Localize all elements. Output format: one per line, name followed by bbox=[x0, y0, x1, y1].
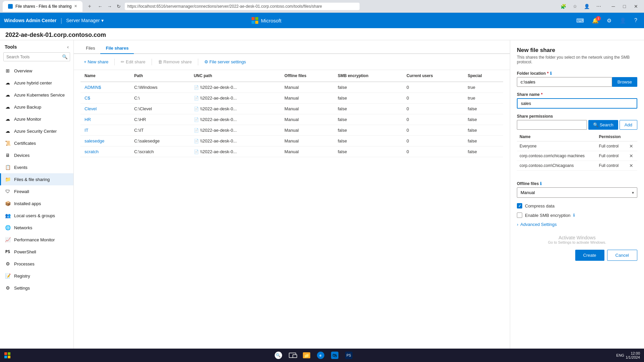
help-button[interactable]: ? bbox=[632, 16, 640, 25]
col-path[interactable]: Path bbox=[130, 70, 190, 82]
offline-files-select[interactable]: Manual None All bbox=[517, 187, 637, 198]
cell-users: 0 bbox=[402, 125, 464, 136]
sidebar-item-registry[interactable]: 📝 Registry bbox=[0, 270, 73, 282]
advanced-settings-toggle[interactable]: › Advanced Settings bbox=[517, 222, 637, 227]
col-smb[interactable]: SMB encryption bbox=[334, 70, 402, 82]
profile-button[interactable]: 👤 bbox=[582, 2, 592, 10]
sidebar-item-performance[interactable]: 📈 Performance Monitor bbox=[0, 234, 73, 246]
forward-button[interactable]: → bbox=[106, 2, 113, 10]
sidebar-item-installed-apps[interactable]: 📦 Installed apps bbox=[0, 197, 73, 209]
chevron-right-icon: › bbox=[517, 222, 518, 227]
address-bar[interactable]: https://localhost:6516/servermanager/con… bbox=[125, 3, 360, 10]
sidebar-collapse-button[interactable]: ‹ bbox=[67, 44, 69, 50]
browse-button[interactable]: Browse bbox=[612, 77, 637, 87]
terminal-button[interactable]: ⌨ bbox=[574, 16, 587, 25]
smb-info-icon[interactable]: ℹ bbox=[573, 213, 575, 218]
user-button[interactable]: 👤 bbox=[617, 16, 629, 25]
smb-encryption-checkbox[interactable] bbox=[517, 213, 522, 218]
sidebar-item-local-users[interactable]: 👥 Local users & groups bbox=[0, 209, 73, 222]
search-input[interactable] bbox=[4, 53, 59, 61]
create-button[interactable]: Create bbox=[575, 250, 604, 261]
cell-smb: false bbox=[334, 104, 402, 114]
add-permission-button[interactable]: Add bbox=[620, 120, 637, 130]
sidebar-item-firewall[interactable]: 🛡 Firewall bbox=[0, 185, 73, 197]
col-offline[interactable]: Offline files bbox=[280, 70, 334, 82]
sidebar-item-label: Processes bbox=[14, 261, 35, 266]
tab-files[interactable]: Files bbox=[80, 43, 100, 54]
sidebar-item-processes[interactable]: ⚙ Processes bbox=[0, 258, 73, 270]
favorites-button[interactable]: ☆ bbox=[571, 2, 579, 10]
extensions-button[interactable]: 🧩 bbox=[558, 2, 568, 10]
remove-share-button[interactable]: 🗑 Remove share bbox=[155, 57, 195, 66]
offline-info-icon[interactable]: ℹ bbox=[540, 181, 542, 186]
cell-smb: false bbox=[334, 93, 402, 104]
offline-files-group: Offline files ℹ Manual None All ▾ bbox=[517, 181, 637, 198]
permissions-search-input[interactable] bbox=[517, 120, 587, 130]
tab-file-shares[interactable]: File shares bbox=[100, 43, 134, 54]
maximize-button[interactable]: □ bbox=[620, 2, 629, 10]
remove-permission-button[interactable]: ✕ bbox=[629, 143, 633, 149]
permissions-search-button[interactable]: 🔍 Search bbox=[588, 120, 618, 130]
smb-encryption-group[interactable]: Enable SMB encryption ℹ bbox=[517, 213, 637, 218]
taskbar-terminal[interactable]: PS bbox=[342, 349, 356, 361]
browser-tab[interactable]: File shares - Files & file sharing ✕ bbox=[3, 1, 83, 12]
taskbar-task-view[interactable] bbox=[286, 349, 299, 361]
start-button[interactable] bbox=[1, 349, 13, 361]
sidebar-item-devices[interactable]: 🖥 Devices bbox=[0, 149, 73, 161]
share-link[interactable]: IT bbox=[85, 128, 89, 133]
sidebar-item-azure-kubernetes[interactable]: ☁ Azure Kubernetes Service bbox=[0, 89, 73, 101]
refresh-button[interactable]: ↻ bbox=[115, 2, 122, 10]
new-share-button[interactable]: + New share bbox=[80, 57, 112, 66]
sidebar-item-events[interactable]: 📋 Events bbox=[0, 161, 73, 173]
share-name-input[interactable] bbox=[517, 98, 637, 109]
remove-permission-button[interactable]: ✕ bbox=[629, 163, 633, 168]
tab-close-icon[interactable]: ✕ bbox=[74, 4, 77, 8]
file-server-settings-button[interactable]: ⚙ File server settings bbox=[201, 57, 250, 66]
new-tab-button[interactable]: + bbox=[85, 2, 94, 11]
share-link[interactable]: ADMIN$ bbox=[85, 85, 101, 90]
sidebar-item-powershell[interactable]: PS PowerShell bbox=[0, 246, 73, 258]
server-manager-section[interactable]: Server Manager ▾ bbox=[66, 18, 103, 23]
sidebar-item-settings[interactable]: ⚙ Settings bbox=[0, 282, 73, 294]
col-users[interactable]: Current users bbox=[402, 70, 464, 82]
col-unc[interactable]: UNC path bbox=[190, 70, 280, 82]
sidebar-item-azure-monitor[interactable]: ☁ Azure Monitor bbox=[0, 113, 73, 125]
close-button[interactable]: ✕ bbox=[631, 2, 641, 10]
taskbar-file-explorer[interactable]: 📁 bbox=[300, 349, 313, 361]
cell-smb: false bbox=[334, 136, 402, 146]
share-link[interactable]: Clevel bbox=[85, 106, 97, 111]
sidebar-item-label: Registry bbox=[14, 274, 30, 279]
folder-info-icon[interactable]: ℹ bbox=[550, 71, 552, 76]
edit-share-button[interactable]: ✏ Edit share bbox=[117, 57, 149, 66]
sidebar-item-azure-hybrid[interactable]: ☁ Azure hybrid center bbox=[0, 77, 73, 89]
taskbar-store[interactable]: 🛍 bbox=[328, 349, 341, 361]
minimize-button[interactable]: ─ bbox=[608, 2, 619, 10]
settings-button[interactable]: ⚙ bbox=[604, 16, 614, 25]
search-icon[interactable]: 🔍 bbox=[59, 53, 70, 61]
compress-data-checkbox[interactable]: ✓ bbox=[517, 203, 522, 208]
taskbar-edge[interactable]: e bbox=[314, 349, 327, 361]
share-link[interactable]: HR bbox=[85, 117, 91, 122]
sidebar-item-azure-security[interactable]: ☁ Azure Security Center bbox=[0, 125, 73, 137]
cancel-button[interactable]: Cancel bbox=[607, 250, 637, 261]
share-link[interactable]: scratch bbox=[85, 149, 99, 154]
folder-location-input[interactable] bbox=[517, 77, 612, 87]
share-link[interactable]: salesedge bbox=[85, 138, 104, 143]
sidebar-item-networks[interactable]: 🌐 Networks bbox=[0, 222, 73, 234]
col-special[interactable]: Special bbox=[464, 70, 503, 82]
cell-name: C$ bbox=[80, 93, 130, 104]
permission-row: corp.contoso.com\Chicagoans Full control… bbox=[517, 161, 637, 171]
sidebar-item-files-sharing[interactable]: 📁 Files & file sharing bbox=[0, 173, 73, 185]
networks-icon: 🌐 bbox=[5, 225, 11, 231]
notifications-button[interactable]: 🔔 1 bbox=[589, 16, 601, 25]
share-link[interactable]: C$ bbox=[85, 96, 90, 101]
compress-data-group[interactable]: ✓ Compress data bbox=[517, 203, 637, 208]
remove-permission-button[interactable]: ✕ bbox=[629, 153, 633, 159]
sidebar-item-azure-backup[interactable]: ☁ Azure Backup bbox=[0, 101, 73, 113]
taskbar-search[interactable]: 🔍 bbox=[272, 349, 285, 361]
back-button[interactable]: ← bbox=[97, 2, 104, 10]
more-button[interactable]: ⋯ bbox=[594, 2, 603, 10]
sidebar-item-overview[interactable]: ⊞ Overview bbox=[0, 65, 73, 77]
col-name[interactable]: Name bbox=[80, 70, 130, 82]
sidebar-item-certificates[interactable]: 📜 Certificates bbox=[0, 137, 73, 149]
